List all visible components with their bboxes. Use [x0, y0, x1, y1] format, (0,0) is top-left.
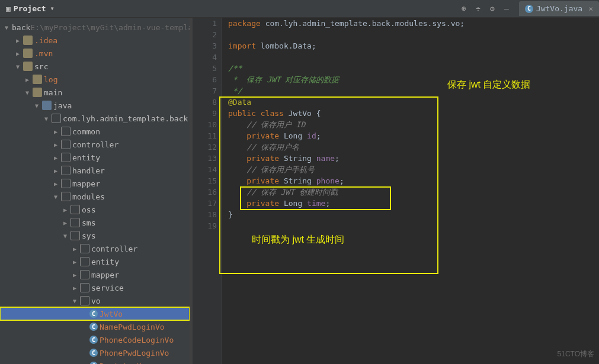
tab-jwtvo[interactable]: C JwtVo.java × [519, 1, 599, 16]
package-icon [61, 153, 71, 162]
tree-arrow-icon[interactable] [33, 102, 40, 109]
tree-arrow-icon[interactable] [71, 298, 78, 304]
code-line[interactable] [228, 51, 599, 63]
tree-arrow-icon[interactable] [71, 259, 78, 265]
line-number: 17 [193, 198, 217, 209]
tree-arrow-icon[interactable] [52, 181, 59, 187]
tree-arrow-icon[interactable] [62, 207, 69, 213]
package-icon [61, 127, 71, 136]
tree-item-service[interactable]: service [0, 281, 190, 294]
line-number: 19 [193, 220, 217, 231]
tree-item-src[interactable]: src [0, 60, 190, 73]
line-number: 7 [193, 85, 217, 96]
tree-arrow-icon[interactable] [52, 128, 59, 135]
tree-arrow-icon[interactable] [71, 246, 78, 252]
tree-item-mapper[interactable]: mapper [0, 177, 190, 190]
code-line[interactable]: public class JwtVo { [228, 108, 599, 119]
tree-item-handler[interactable]: handler [0, 164, 190, 177]
package-icon [52, 114, 61, 123]
class-icon: C [89, 362, 98, 364]
code-line[interactable]: import lombok.Data; [228, 40, 599, 51]
tree-item-vo[interactable]: vo [0, 294, 190, 307]
tree-item-back[interactable]: back E:\myProject\myGit\admin-vue-templa… [0, 21, 190, 34]
tree-arrow-icon[interactable] [5, 24, 8, 31]
tree-item-label: handler [72, 166, 105, 175]
tree-arrow-icon[interactable] [62, 233, 69, 239]
tree-item-label: PhonePwdLoginVo [100, 349, 169, 357]
code-line[interactable]: private Long time; [228, 198, 599, 209]
tree-item-label: oss [82, 205, 95, 214]
code-line[interactable]: private String name; [228, 153, 599, 164]
project-tool-window-label[interactable]: ▣ Project ▼ [0, 4, 59, 13]
tree-item-java[interactable]: java [0, 99, 190, 112]
package-icon [71, 205, 80, 214]
class-icon: C [525, 5, 533, 13]
tree-arrow-icon[interactable] [71, 285, 78, 291]
target-icon[interactable]: ⊕ [459, 4, 469, 14]
tree-item-namepwdloginvo[interactable]: CNamePwdLoginVo [0, 320, 190, 333]
tree-item-entity[interactable]: entity [0, 151, 190, 164]
tree-arrow-icon[interactable] [14, 37, 21, 44]
sidebar-toolbar: ⊕ ÷ ⚙ — [454, 4, 516, 14]
tree-item-com-lyh-admin-template-back[interactable]: com.lyh.admin_template.back [0, 112, 190, 125]
tree-item-registervo[interactable]: CRegisterVo [0, 359, 190, 364]
tree-item-sms[interactable]: sms [0, 216, 190, 229]
expand-icon[interactable]: ÷ [473, 4, 483, 14]
tree-item-oss[interactable]: oss [0, 203, 190, 216]
tree-item-controller[interactable]: controller [0, 138, 190, 151]
folder-icon [23, 36, 33, 45]
gear-icon[interactable]: ⚙ [488, 4, 497, 14]
tree-arrow-icon[interactable] [52, 194, 59, 200]
code-line[interactable] [228, 220, 599, 231]
tree-arrow-icon[interactable] [71, 272, 78, 278]
tree-item-main[interactable]: main [0, 86, 190, 99]
code-line[interactable]: } [228, 209, 599, 220]
tree-arrow-icon[interactable] [43, 115, 50, 122]
close-icon[interactable]: × [588, 4, 593, 13]
tree-item-controller[interactable]: controller [0, 242, 190, 255]
code-line[interactable]: // 保存用户名 [228, 141, 599, 153]
tree-item-entity[interactable]: entity [0, 255, 190, 268]
tree-item-phonepwdloginvo[interactable]: CPhonePwdLoginVo [0, 346, 190, 359]
code-line[interactable]: package com.lyh.admin_template.back.modu… [228, 18, 599, 29]
tree-item-log[interactable]: log [0, 73, 190, 86]
tree-item-common[interactable]: common [0, 125, 190, 138]
tree-item-mapper[interactable]: mapper [0, 268, 190, 281]
code-line[interactable]: private Long id; [228, 130, 599, 141]
tree-item--mvn[interactable]: .mvn [0, 47, 190, 60]
code-line[interactable]: // 保存 JWT 创建时间戳 [228, 186, 599, 198]
collapse-icon[interactable]: — [502, 4, 511, 14]
code-line[interactable]: * 保存 JWT 对应存储的数据 [228, 74, 599, 85]
code-line[interactable]: /** [228, 63, 599, 74]
code-editor[interactable]: 12345678910111213141516171819 保存 jwt 自定义… [193, 18, 599, 364]
code-line[interactable] [228, 29, 599, 40]
code-line[interactable]: @Data [228, 96, 599, 108]
tree-arrow-icon[interactable] [52, 167, 59, 174]
tree-arrow-icon[interactable] [52, 141, 59, 148]
tree-item-path: E:\myProject\myGit\admin-vue-template\ [30, 23, 190, 32]
tree-item-sys[interactable]: sys [0, 229, 190, 242]
project-tree[interactable]: back E:\myProject\myGit\admin-vue-templa… [0, 18, 190, 364]
tree-item--idea[interactable]: .idea [0, 34, 190, 47]
tree-item-modules[interactable]: modules [0, 190, 190, 203]
code-line[interactable]: private String phone; [228, 175, 599, 186]
tree-arrow-icon[interactable] [24, 76, 31, 83]
tree-arrow-icon[interactable] [14, 63, 21, 70]
class-icon: C [89, 323, 98, 331]
code-line[interactable]: // 保存用户手机号 [228, 164, 599, 175]
code-line[interactable]: */ [228, 85, 599, 96]
tree-arrow-icon[interactable] [14, 50, 21, 57]
top-bar: ▣ Project ▼ ⊕ ÷ ⚙ — C JwtVo.java × [0, 0, 599, 18]
code-line[interactable]: // 保存用户 ID [228, 119, 599, 130]
tree-item-jwtvo[interactable]: CJwtVo [0, 307, 190, 320]
tree-item-phonecodeloginvo[interactable]: CPhoneCodeLoginVo [0, 333, 190, 346]
tree-item-label: NamePwdLoginVo [100, 323, 165, 331]
tree-arrow-icon[interactable] [52, 154, 59, 161]
code-content[interactable]: 保存 jwt 自定义数据 时间戳为 jwt 生成时间 package com.l… [222, 18, 599, 364]
package-icon [71, 218, 80, 227]
tree-item-label: common [72, 127, 100, 136]
tree-arrow-icon[interactable] [62, 220, 69, 226]
tree-arrow-icon[interactable] [24, 89, 31, 96]
line-number: 10 [193, 119, 217, 130]
line-gutter: 12345678910111213141516171819 [193, 18, 222, 364]
